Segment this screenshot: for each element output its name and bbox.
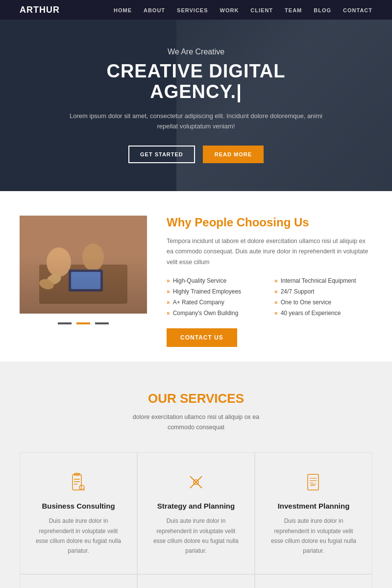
- feature-7: One to One service: [274, 299, 372, 306]
- service-name-1: Business Consulting: [34, 502, 123, 510]
- svg-rect-18: [308, 474, 318, 490]
- feature-3: A+ Rated Company: [167, 299, 265, 306]
- slider-dot-2[interactable]: [76, 322, 90, 324]
- why-image: [20, 216, 147, 314]
- nav-item-home[interactable]: HOME: [114, 5, 132, 14]
- hero-description: Lorem ipsum dolor sit amet, consectetur …: [59, 111, 333, 132]
- nav-links: HOME ABOUT SERVICES WORK CLIENT TEAM BLO…: [114, 5, 372, 14]
- nav-item-services[interactable]: SERVICES: [177, 5, 208, 14]
- nav-item-client[interactable]: CLIENT: [250, 5, 273, 14]
- nav-item-about[interactable]: ABOUT: [144, 5, 165, 14]
- why-image-svg: [20, 216, 147, 314]
- nav-item-work[interactable]: WORK: [220, 5, 239, 14]
- hero-section: We Are Creative CREATIVE DIGITAL AGENCY.…: [0, 20, 392, 191]
- why-title: Why People Choosing Us: [167, 216, 372, 229]
- svg-rect-0: [20, 216, 147, 314]
- nav-item-blog[interactable]: BLOG: [314, 5, 331, 14]
- svg-point-3: [82, 244, 104, 271]
- feature-1: High-Quality Service: [167, 277, 265, 284]
- service-card-2: Strategy and Planning Duis aute irure do…: [137, 452, 255, 574]
- service-card-3: Investment Planning Duis aute irure dolo…: [255, 452, 372, 574]
- hero-content: We Are Creative CREATIVE DIGITAL AGENCY.…: [59, 48, 333, 163]
- feature-4: Company's Own Building: [167, 310, 265, 317]
- services-title: OUR SERVICES: [20, 391, 372, 406]
- services-section: OUR SERVICES dolore exercitation ullamco…: [0, 362, 392, 588]
- why-content: Why People Choosing Us Tempora incidunt …: [167, 216, 372, 347]
- service-desc-3: Duis aute irure dolor in reprehenderit i…: [269, 516, 358, 556]
- services-header: OUR SERVICES dolore exercitation ullamco…: [20, 391, 372, 433]
- nav-item-team[interactable]: TEAM: [285, 5, 302, 14]
- why-description: Tempora incidunt ut labore et dolore exe…: [167, 236, 372, 268]
- feature-8: 40 years of Experience: [274, 310, 372, 317]
- service-name-2: Strategy and Planning: [151, 502, 241, 510]
- service-card-1: Business Consulting Duis aute irure dolo…: [20, 452, 137, 574]
- why-title-plain: Why People: [167, 216, 237, 229]
- svg-rect-5: [71, 272, 100, 289]
- feature-5: Internal Technical Equipment: [274, 277, 372, 284]
- feature-6: 24/7 Support: [274, 288, 372, 295]
- investment-planning-icon: [302, 470, 325, 494]
- slider-dot-1[interactable]: [58, 322, 72, 324]
- get-started-button[interactable]: GET STARTED: [128, 146, 195, 163]
- why-title-accent: Choosing Us: [237, 216, 309, 229]
- service-card-6: Risk Management Duis aute irure dolor in…: [255, 574, 372, 588]
- nav-logo: ARTHUR: [20, 5, 60, 15]
- why-features: High-Quality Service Internal Technical …: [167, 277, 372, 317]
- services-title-plain: OUR: [148, 391, 180, 406]
- strategy-planning-icon: [184, 470, 208, 494]
- services-grid: Business Consulting Duis aute irure dolo…: [20, 452, 372, 588]
- svg-point-6: [45, 272, 62, 286]
- contact-us-button[interactable]: Contact US: [167, 328, 237, 347]
- svg-rect-8: [73, 474, 81, 490]
- services-title-accent: SERVICES: [180, 391, 244, 406]
- service-name-3: Investment Planning: [269, 502, 358, 510]
- service-card-5: Market Research Duis aute irure dolor in…: [137, 574, 255, 588]
- hero-buttons: GET STARTED READ MORE: [59, 146, 333, 163]
- slider-dots: [20, 322, 147, 324]
- svg-point-2: [47, 247, 71, 277]
- hero-title: CREATIVE DIGITAL AGENCY.|: [59, 61, 333, 102]
- services-description: dolore exercitation ullamco nisi ut aliq…: [20, 412, 372, 433]
- navbar: ARTHUR HOME ABOUT SERVICES WORK CLIENT T…: [0, 0, 392, 20]
- nav-item-contact[interactable]: CONTACT: [343, 5, 372, 14]
- hero-subtitle: We Are Creative: [59, 48, 333, 56]
- why-image-area: [20, 216, 147, 324]
- svg-rect-1: [39, 265, 127, 304]
- svg-point-7: [38, 277, 55, 291]
- service-card-4: Financial Analysis Duis aute irure dolor…: [20, 574, 137, 588]
- slider-dot-3[interactable]: [95, 322, 109, 324]
- service-desc-1: Duis aute irure dolor in reprehenderit i…: [34, 516, 123, 556]
- business-consulting-icon: [67, 470, 90, 494]
- feature-2: Highly Trained Employees: [167, 288, 265, 295]
- why-section: Why People Choosing Us Tempora incidunt …: [0, 191, 392, 362]
- read-more-button[interactable]: READ MORE: [203, 146, 264, 163]
- service-desc-2: Duis aute irure dolor in reprehenderit i…: [151, 516, 241, 556]
- svg-rect-4: [69, 270, 103, 292]
